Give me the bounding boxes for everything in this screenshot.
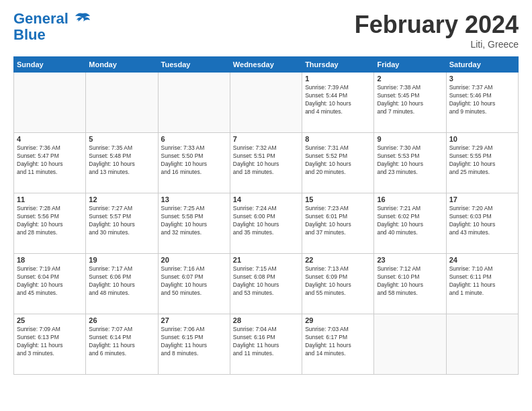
col-header-thursday: Thursday bbox=[302, 57, 374, 73]
day-info: Sunrise: 7:15 AMSunset: 6:08 PMDaylight:… bbox=[233, 265, 299, 298]
col-header-friday: Friday bbox=[374, 57, 446, 73]
day-info: Sunrise: 7:13 AMSunset: 6:09 PMDaylight:… bbox=[305, 265, 371, 298]
week-row-2: 11Sunrise: 7:28 AMSunset: 5:56 PMDayligh… bbox=[14, 193, 519, 254]
col-header-sunday: Sunday bbox=[14, 57, 86, 73]
day-number: 9 bbox=[377, 135, 443, 143]
day-cell: 18Sunrise: 7:19 AMSunset: 6:04 PMDayligh… bbox=[14, 254, 86, 314]
day-info: Sunrise: 7:06 AMSunset: 6:15 PMDaylight:… bbox=[161, 326, 227, 358]
col-header-tuesday: Tuesday bbox=[158, 57, 230, 73]
day-cell: 14Sunrise: 7:24 AMSunset: 6:00 PMDayligh… bbox=[230, 193, 302, 254]
day-number: 19 bbox=[89, 256, 154, 264]
day-info: Sunrise: 7:37 AMSunset: 5:46 PMDaylight:… bbox=[449, 84, 515, 116]
day-info: Sunrise: 7:20 AMSunset: 6:03 PMDaylight:… bbox=[449, 205, 515, 237]
col-header-monday: Monday bbox=[86, 57, 158, 73]
day-cell: 15Sunrise: 7:23 AMSunset: 6:01 PMDayligh… bbox=[302, 193, 374, 254]
day-cell: 29Sunrise: 7:03 AMSunset: 6:17 PMDayligh… bbox=[302, 314, 374, 375]
day-info: Sunrise: 7:03 AMSunset: 6:17 PMDaylight:… bbox=[305, 326, 371, 358]
day-info: Sunrise: 7:07 AMSunset: 6:14 PMDaylight:… bbox=[89, 326, 154, 358]
day-number: 28 bbox=[233, 316, 299, 324]
day-cell: 21Sunrise: 7:15 AMSunset: 6:08 PMDayligh… bbox=[230, 254, 302, 314]
day-number: 18 bbox=[17, 256, 83, 264]
day-number: 12 bbox=[89, 195, 154, 203]
day-cell: 5Sunrise: 7:35 AMSunset: 5:48 PMDaylight… bbox=[86, 133, 158, 193]
title-block: February 2024 Liti, Greece bbox=[355, 11, 519, 50]
day-cell bbox=[158, 73, 230, 133]
day-cell: 9Sunrise: 7:30 AMSunset: 5:53 PMDaylight… bbox=[374, 133, 446, 193]
day-cell bbox=[446, 314, 518, 375]
day-cell: 28Sunrise: 7:04 AMSunset: 6:16 PMDayligh… bbox=[230, 314, 302, 375]
day-cell: 19Sunrise: 7:17 AMSunset: 6:06 PMDayligh… bbox=[86, 254, 158, 314]
day-cell: 8Sunrise: 7:31 AMSunset: 5:52 PMDaylight… bbox=[302, 133, 374, 193]
day-info: Sunrise: 7:39 AMSunset: 5:44 PMDaylight:… bbox=[305, 84, 371, 116]
day-info: Sunrise: 7:17 AMSunset: 6:06 PMDaylight:… bbox=[89, 265, 154, 298]
day-cell: 25Sunrise: 7:09 AMSunset: 6:13 PMDayligh… bbox=[14, 314, 86, 375]
day-info: Sunrise: 7:04 AMSunset: 6:16 PMDaylight:… bbox=[233, 326, 299, 358]
day-cell: 17Sunrise: 7:20 AMSunset: 6:03 PMDayligh… bbox=[446, 193, 518, 254]
day-cell: 27Sunrise: 7:06 AMSunset: 6:15 PMDayligh… bbox=[158, 314, 230, 375]
logo-blue: Blue bbox=[13, 27, 91, 43]
col-header-saturday: Saturday bbox=[446, 57, 518, 73]
day-number: 2 bbox=[377, 75, 443, 83]
calendar-table: SundayMondayTuesdayWednesdayThursdayFrid… bbox=[13, 56, 519, 375]
day-cell: 4Sunrise: 7:36 AMSunset: 5:47 PMDaylight… bbox=[14, 133, 86, 193]
day-cell: 13Sunrise: 7:25 AMSunset: 5:58 PMDayligh… bbox=[158, 193, 230, 254]
day-info: Sunrise: 7:19 AMSunset: 6:04 PMDaylight:… bbox=[17, 265, 83, 298]
day-number: 3 bbox=[449, 75, 515, 83]
day-number: 29 bbox=[305, 316, 371, 324]
day-info: Sunrise: 7:16 AMSunset: 6:07 PMDaylight:… bbox=[161, 265, 227, 298]
day-info: Sunrise: 7:36 AMSunset: 5:47 PMDaylight:… bbox=[17, 144, 83, 177]
day-number: 27 bbox=[161, 316, 227, 324]
day-number: 15 bbox=[305, 195, 371, 203]
day-number: 4 bbox=[17, 135, 83, 143]
day-number: 21 bbox=[233, 256, 299, 264]
day-number: 5 bbox=[89, 135, 154, 143]
day-number: 24 bbox=[449, 256, 515, 264]
week-row-0: 1Sunrise: 7:39 AMSunset: 5:44 PMDaylight… bbox=[14, 73, 519, 133]
day-info: Sunrise: 7:33 AMSunset: 5:50 PMDaylight:… bbox=[161, 144, 227, 177]
day-info: Sunrise: 7:32 AMSunset: 5:51 PMDaylight:… bbox=[233, 144, 299, 177]
day-cell bbox=[374, 314, 446, 375]
day-cell bbox=[14, 73, 86, 133]
day-cell: 11Sunrise: 7:28 AMSunset: 5:56 PMDayligh… bbox=[14, 193, 86, 254]
day-info: Sunrise: 7:24 AMSunset: 6:00 PMDaylight:… bbox=[233, 205, 299, 237]
day-number: 13 bbox=[161, 195, 227, 203]
day-info: Sunrise: 7:25 AMSunset: 5:58 PMDaylight:… bbox=[161, 205, 227, 237]
week-row-4: 25Sunrise: 7:09 AMSunset: 6:13 PMDayligh… bbox=[14, 314, 519, 375]
logo-bird-icon bbox=[74, 12, 91, 27]
day-number: 17 bbox=[449, 195, 515, 203]
day-info: Sunrise: 7:21 AMSunset: 6:02 PMDaylight:… bbox=[377, 205, 443, 237]
day-number: 22 bbox=[305, 256, 371, 264]
day-cell: 26Sunrise: 7:07 AMSunset: 6:14 PMDayligh… bbox=[86, 314, 158, 375]
day-number: 16 bbox=[377, 195, 443, 203]
day-number: 1 bbox=[305, 75, 371, 83]
day-number: 6 bbox=[161, 135, 227, 143]
day-number: 8 bbox=[305, 135, 371, 143]
day-number: 25 bbox=[17, 316, 83, 324]
day-cell: 7Sunrise: 7:32 AMSunset: 5:51 PMDaylight… bbox=[230, 133, 302, 193]
day-cell: 16Sunrise: 7:21 AMSunset: 6:02 PMDayligh… bbox=[374, 193, 446, 254]
page: General Blue February 2024 Liti, Greece … bbox=[0, 0, 532, 385]
day-info: Sunrise: 7:38 AMSunset: 5:45 PMDaylight:… bbox=[377, 84, 443, 116]
day-info: Sunrise: 7:23 AMSunset: 6:01 PMDaylight:… bbox=[305, 205, 371, 237]
day-cell: 22Sunrise: 7:13 AMSunset: 6:09 PMDayligh… bbox=[302, 254, 374, 314]
day-number: 20 bbox=[161, 256, 227, 264]
week-row-3: 18Sunrise: 7:19 AMSunset: 6:04 PMDayligh… bbox=[14, 254, 519, 314]
day-cell: 10Sunrise: 7:29 AMSunset: 5:55 PMDayligh… bbox=[446, 133, 518, 193]
logo: General Blue bbox=[13, 11, 91, 43]
month-title: February 2024 bbox=[355, 11, 519, 39]
day-cell: 3Sunrise: 7:37 AMSunset: 5:46 PMDaylight… bbox=[446, 73, 518, 133]
day-number: 11 bbox=[17, 195, 83, 203]
location: Liti, Greece bbox=[355, 39, 519, 50]
day-cell bbox=[230, 73, 302, 133]
day-cell: 1Sunrise: 7:39 AMSunset: 5:44 PMDaylight… bbox=[302, 73, 374, 133]
day-info: Sunrise: 7:31 AMSunset: 5:52 PMDaylight:… bbox=[305, 144, 371, 177]
day-number: 7 bbox=[233, 135, 299, 143]
col-header-wednesday: Wednesday bbox=[230, 57, 302, 73]
day-cell: 23Sunrise: 7:12 AMSunset: 6:10 PMDayligh… bbox=[374, 254, 446, 314]
day-cell: 24Sunrise: 7:10 AMSunset: 6:11 PMDayligh… bbox=[446, 254, 518, 314]
day-cell: 12Sunrise: 7:27 AMSunset: 5:57 PMDayligh… bbox=[86, 193, 158, 254]
day-cell: 20Sunrise: 7:16 AMSunset: 6:07 PMDayligh… bbox=[158, 254, 230, 314]
day-info: Sunrise: 7:28 AMSunset: 5:56 PMDaylight:… bbox=[17, 205, 83, 237]
day-info: Sunrise: 7:10 AMSunset: 6:11 PMDaylight:… bbox=[449, 265, 515, 298]
day-number: 26 bbox=[89, 316, 154, 324]
